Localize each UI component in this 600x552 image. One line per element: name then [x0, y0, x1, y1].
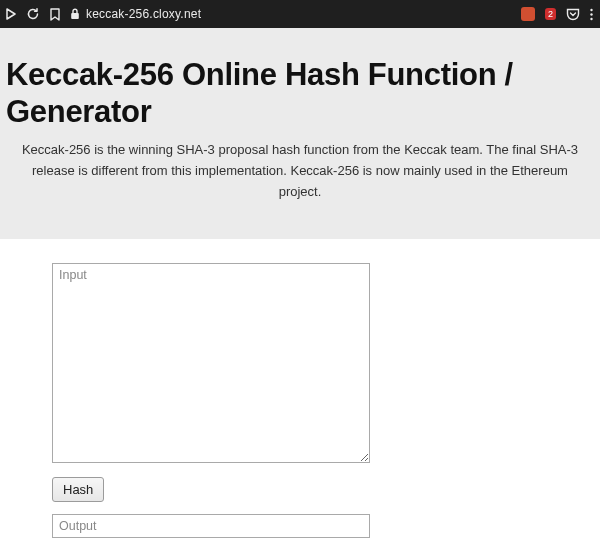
browser-toolbar: keccak-256.cloxy.net 2	[0, 0, 600, 28]
brave-shields-icon[interactable]	[521, 7, 535, 21]
address-bar[interactable]: keccak-256.cloxy.net	[70, 7, 201, 21]
hash-form: Hash	[0, 239, 600, 548]
input-textarea[interactable]	[52, 263, 370, 463]
svg-point-3	[590, 17, 592, 19]
svg-point-1	[590, 8, 592, 10]
page-title: Keccak-256 Online Hash Function / Genera…	[6, 56, 594, 130]
svg-point-2	[590, 13, 592, 15]
notification-badge[interactable]: 2	[545, 8, 556, 20]
play-icon[interactable]	[6, 8, 16, 20]
menu-icon[interactable]	[590, 8, 594, 21]
url-text: keccak-256.cloxy.net	[86, 7, 201, 21]
pocket-icon[interactable]	[566, 8, 580, 21]
page-description: Keccak-256 is the winning SHA-3 proposal…	[6, 140, 594, 202]
output-field[interactable]	[52, 514, 370, 538]
reload-icon[interactable]	[26, 7, 40, 21]
hero-header: Keccak-256 Online Hash Function / Genera…	[0, 28, 600, 239]
svg-rect-0	[71, 13, 79, 19]
lock-icon	[70, 8, 80, 20]
hash-button[interactable]: Hash	[52, 477, 104, 502]
bookmark-icon[interactable]	[50, 8, 60, 21]
